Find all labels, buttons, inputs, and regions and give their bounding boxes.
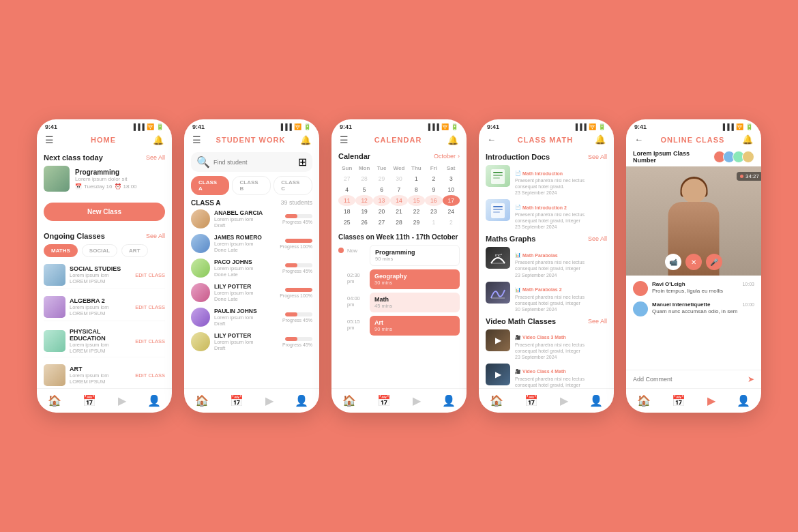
class-info-bar: Lorem Ipsum Class Number: [626, 147, 761, 166]
nav-profile-oc[interactable]: 👤: [733, 393, 754, 409]
end-call-btn[interactable]: ✕: [685, 254, 702, 270]
calendar-icon: 📅: [75, 183, 82, 190]
doc-item-3[interactable]: mc² 📊 Math Parabolas Praesent pharetra n…: [486, 247, 607, 277]
nav-home-oc[interactable]: 🏠: [633, 393, 655, 409]
sw-content: 🔍 ⊞ CLASS A CLASS B CLASS C CLASS A 39 s…: [184, 148, 319, 388]
nav-home-cal[interactable]: 🏠: [338, 393, 360, 409]
cal-month-nav[interactable]: October ›: [434, 153, 460, 160]
student-item-3[interactable]: PACO JOHNS Lorem ipsum lom Done Late Pro…: [191, 258, 312, 278]
nav-calendar[interactable]: 📅: [78, 393, 100, 409]
chat-right-1: Ravi O'Leigh 10:03 Proin tempus, ligula …: [652, 281, 754, 294]
student-details-1: ANABEL GARCIA Lorem ipsum lom Draft: [214, 209, 278, 228]
doc-thumb-5: ▶: [486, 329, 510, 351]
class-slot-2[interactable]: 02:30pm Geography 30 mins: [338, 269, 460, 289]
hamburger-icon-cal[interactable]: ☰: [340, 134, 349, 145]
search-bar[interactable]: 🔍 ⊞: [191, 152, 312, 172]
student-section-header: CLASS A 39 students: [191, 199, 312, 207]
doc-item-5[interactable]: ▶ 🎥 Video Class 3 Math Praesent pharetra…: [486, 329, 607, 359]
nav-calendar-math[interactable]: 📅: [520, 393, 542, 409]
nav-profile[interactable]: 👤: [143, 393, 165, 409]
edit-class-2[interactable]: EDIT CLASS: [135, 304, 165, 310]
filter-icon[interactable]: ⊞: [298, 156, 307, 168]
nav-video-cal[interactable]: ▶: [409, 393, 425, 409]
progress-5: Progress 45%: [282, 312, 312, 323]
edit-class-1[interactable]: EDIT CLASS: [135, 272, 165, 278]
tab-class-a[interactable]: CLASS A: [191, 176, 229, 195]
nav-video-oc[interactable]: ▶: [703, 393, 720, 409]
nav-home[interactable]: 🏠: [44, 393, 65, 409]
ongoing-item-1[interactable]: SOCIAL STUDIES Lorem ipsum lom LOREM IPS…: [44, 261, 165, 289]
event-art[interactable]: Art 90 mins: [370, 316, 460, 336]
edit-class-4[interactable]: EDIT CLASS: [135, 372, 165, 379]
next-class-see-all[interactable]: See All: [146, 154, 165, 161]
bell-icon[interactable]: 🔔: [153, 135, 164, 145]
bell-icon-sw[interactable]: 🔔: [300, 135, 311, 145]
doc-item-1[interactable]: 📄 Math Introduction Praesent pharetra ni…: [486, 165, 607, 195]
send-btn[interactable]: ➤: [748, 374, 754, 384]
ongoing-see-all[interactable]: See All: [146, 233, 165, 239]
edit-class-3[interactable]: EDIT CLASS: [135, 338, 165, 344]
tab-class-c[interactable]: CLASS C: [274, 176, 312, 195]
ongoing-header: Ongoing Classes See All: [44, 232, 165, 240]
event-math[interactable]: Math 45 mins: [370, 293, 460, 312]
chat-right-2: Manuel Internetiquette 10:00 Quam nunc a…: [652, 301, 754, 314]
ongoing-thumb-2: [44, 296, 65, 318]
nav-video[interactable]: ▶: [114, 393, 130, 409]
nav-video-math[interactable]: ▶: [556, 393, 572, 409]
nav-calendar-oc[interactable]: 📅: [668, 393, 690, 409]
new-class-button[interactable]: New Class: [44, 203, 165, 221]
student-details-5: PAULIN JOHNS Lorem ipsum lom Draft: [214, 308, 278, 327]
student-item-1[interactable]: ANABEL GARCIA Lorem ipsum lom Draft Prog…: [191, 209, 312, 228]
class-slot-1[interactable]: Now Programming 90 mins: [338, 245, 460, 266]
ongoing-item-3[interactable]: PHYSICAL EDUCATION Lorem ipsum lom LOREM…: [44, 325, 165, 357]
bell-icon-cal[interactable]: 🔔: [447, 135, 458, 145]
bell-icon-oc[interactable]: 🔔: [742, 134, 753, 145]
student-item-6[interactable]: LILY POTTER Lorem ipsum lom Draft Progre…: [191, 332, 312, 351]
avatar-5: [191, 308, 210, 327]
back-icon-math[interactable]: ←: [487, 134, 496, 145]
tab-class-b[interactable]: CLASS B: [232, 176, 271, 195]
student-item-4[interactable]: LILY POTTER Lorem ipsum lom Done Late Pr…: [191, 283, 312, 302]
screen-calendar: 9:41 ▐▐▐ 🛜 🔋 ☰ CALENDAR 🔔 Calendar Octob…: [331, 119, 467, 413]
svg-rect-6: [493, 209, 503, 210]
comment-input[interactable]: [633, 376, 743, 383]
event-geography[interactable]: Geography 30 mins: [370, 269, 460, 289]
nav-video-sw[interactable]: ▶: [261, 393, 278, 409]
nav-profile-cal[interactable]: 👤: [438, 393, 460, 409]
nav-profile-math[interactable]: 👤: [585, 393, 607, 409]
bell-icon-math[interactable]: 🔔: [595, 134, 606, 145]
filter-social[interactable]: SOCIAL: [82, 244, 117, 257]
hamburger-icon-sw[interactable]: ☰: [192, 134, 201, 145]
student-item-2[interactable]: JAMES ROMERO Lorem ipsum lom Done Late P…: [191, 234, 312, 253]
chat-avatar-1: [633, 281, 648, 296]
student-item-5[interactable]: PAULIN JOHNS Lorem ipsum lom Draft Progr…: [191, 308, 312, 327]
nav-profile-sw[interactable]: 👤: [291, 393, 312, 409]
doc-item-2[interactable]: 📄 Math Introduction 2 Praesent pharetra …: [486, 199, 607, 229]
doc-item-6[interactable]: ▶ 🎥 Video Class 4 Math Praesent pharetra…: [486, 364, 607, 388]
back-icon-oc[interactable]: ←: [634, 134, 643, 145]
nav-home-math[interactable]: 🏠: [486, 393, 507, 409]
nav-calendar-cal[interactable]: 📅: [373, 393, 395, 409]
intro-docs-see-all[interactable]: See All: [588, 153, 607, 160]
nav-home-sw[interactable]: 🏠: [191, 393, 213, 409]
next-class-card[interactable]: Programming Lorem ipsum dolor sit 📅 Tues…: [44, 166, 165, 192]
ongoing-item-2[interactable]: ALGEBRA 2 Lorem ipsum lom LOREM IPSUM ED…: [44, 293, 165, 321]
graphs-header: Maths Graphs See All: [486, 235, 607, 243]
next-class-name: Programming: [75, 168, 165, 176]
hamburger-icon[interactable]: ☰: [45, 134, 54, 145]
class-slot-4[interactable]: 05:15pm Art 90 mins: [338, 316, 460, 336]
progress-6: Progress 45%: [282, 337, 312, 347]
class-slot-3[interactable]: 04:00pm Math 45 mins: [338, 293, 460, 312]
video-math-see-all[interactable]: See All: [588, 318, 607, 325]
doc-item-4[interactable]: 📊 Math Parabolas 2 Praesent pharetra nis…: [486, 282, 607, 312]
progress-3: Progress 45%: [282, 263, 312, 274]
graphs-see-all[interactable]: See All: [588, 235, 607, 242]
video-toggle-btn[interactable]: 📹: [665, 254, 681, 270]
event-programming[interactable]: Programming 90 mins: [370, 245, 460, 266]
mic-toggle-btn[interactable]: 🎤: [706, 254, 722, 270]
filter-art[interactable]: ART: [121, 244, 147, 257]
ongoing-item-4[interactable]: ART Lorem ipsum lom LOREM IPSUM EDIT CLA…: [44, 361, 165, 388]
filter-maths[interactable]: MATHS: [44, 244, 78, 257]
search-input[interactable]: [213, 159, 295, 166]
nav-calendar-sw[interactable]: 📅: [226, 393, 248, 409]
